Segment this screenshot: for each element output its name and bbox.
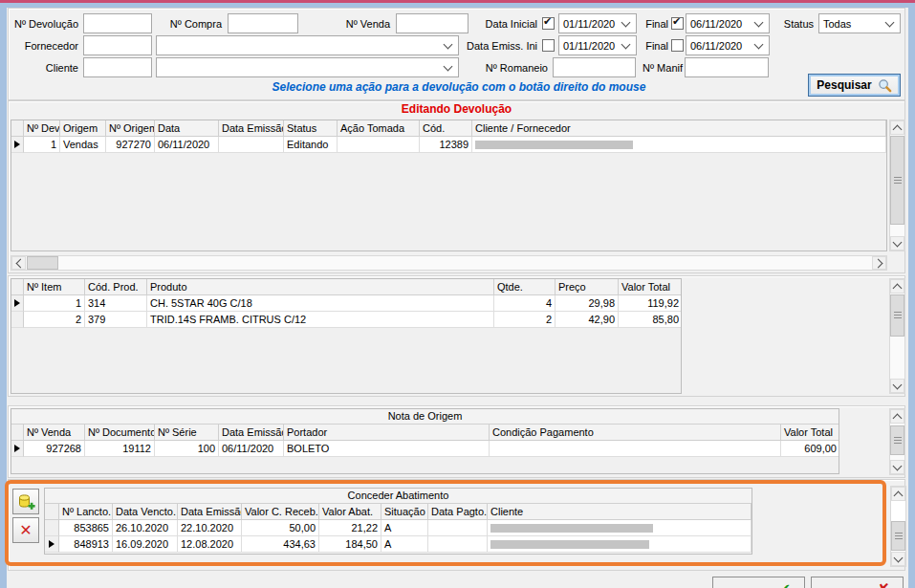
scroll-up-button[interactable]: [890, 279, 904, 294]
scrollbar-track[interactable]: [891, 501, 905, 552]
devolucao-label: Nº Devolução: [8, 17, 78, 31]
abatimento-grid-row[interactable]: 853865 26.10.2020 22.10.2020 50,00 21,22…: [45, 520, 752, 536]
column-header[interactable]: Data Vencto.: [113, 504, 178, 520]
scroll-down-button[interactable]: [890, 379, 904, 393]
row-selector-cell[interactable]: [45, 520, 59, 536]
column-header[interactable]: Status: [284, 120, 338, 137]
cell: 4: [494, 295, 556, 312]
column-header[interactable]: Data Emissão: [219, 425, 284, 441]
column-header[interactable]: Nº Venda: [24, 425, 85, 441]
row-selector-cell[interactable]: [11, 137, 24, 153]
scrollbar-thumb[interactable]: [891, 521, 905, 551]
cancel-button[interactable]: [811, 577, 904, 588]
data-emiss-select[interactable]: 01/11/2020: [558, 35, 637, 55]
cliente-select[interactable]: [156, 57, 459, 77]
instruction-text: Selecione uma ação para a devolução com …: [191, 80, 727, 94]
scrollbar-track[interactable]: [890, 135, 904, 236]
nota-grid-row[interactable]: 927268 19112 100 06/11/2020 BOLETO 609,0…: [11, 441, 839, 457]
column-header[interactable]: Origem: [60, 120, 106, 137]
chevron-down-icon: [754, 39, 764, 49]
data-emiss-checkbox[interactable]: [542, 39, 555, 52]
column-header[interactable]: Qtde.: [494, 279, 556, 295]
column-header[interactable]: Ação Tomada: [338, 120, 420, 137]
fornecedor-select[interactable]: [156, 35, 459, 55]
chevron-up-icon: [893, 124, 903, 134]
scrollbar-thumb[interactable]: [890, 294, 904, 337]
scroll-right-button[interactable]: [872, 256, 886, 270]
manif-input[interactable]: [685, 57, 769, 77]
column-header[interactable]: Data Pagto.: [428, 504, 488, 520]
column-header[interactable]: Cód. Prod.: [85, 279, 147, 295]
row-selector-cell[interactable]: [11, 441, 24, 457]
status-select[interactable]: Todas: [818, 13, 901, 33]
row-selector-cell[interactable]: [11, 295, 24, 312]
row-selector-header[interactable]: [45, 504, 59, 520]
scroll-up-button[interactable]: [890, 409, 904, 424]
redacted-text: [475, 141, 633, 149]
delete-abatimento-button[interactable]: [12, 517, 39, 543]
devolucao-input[interactable]: [83, 13, 152, 33]
items-grid-row[interactable]: 1 314 CH. 5STAR 40G C/18 4 29,98 119,92: [11, 295, 681, 312]
fornecedor-code-input[interactable]: [83, 35, 152, 55]
data-inicial-select[interactable]: 01/11/2020: [558, 13, 637, 33]
compra-input[interactable]: [228, 13, 298, 33]
cell: A: [381, 536, 428, 553]
row-selector-cell[interactable]: [11, 312, 24, 328]
column-header[interactable]: Data: [155, 120, 219, 137]
column-header[interactable]: Valor Total: [619, 279, 682, 295]
column-header[interactable]: Portador: [284, 425, 490, 441]
venda-input[interactable]: [396, 13, 468, 33]
row-selector-cell[interactable]: [45, 536, 59, 553]
romaneio-input[interactable]: [553, 57, 636, 77]
devolucao-grid-row[interactable]: 1 Vendas 927270 06/11/2020 Editando 1238…: [11, 137, 886, 153]
accept-button[interactable]: [712, 577, 805, 588]
column-header[interactable]: Nº Item: [24, 279, 85, 295]
row-selector-header[interactable]: [11, 120, 24, 137]
scroll-up-button[interactable]: [891, 487, 905, 501]
pesquisar-button[interactable]: Pesquisar: [808, 74, 901, 97]
final-checkbox[interactable]: [671, 17, 684, 30]
row-selector-header[interactable]: [11, 425, 24, 441]
scrollbar-thumb[interactable]: [890, 136, 904, 225]
scroll-up-button[interactable]: [890, 120, 904, 135]
scrollbar-track[interactable]: [890, 424, 904, 460]
scroll-down-button[interactable]: [890, 460, 904, 474]
scroll-down-button[interactable]: [891, 552, 905, 566]
scrollbar-track[interactable]: [26, 256, 872, 270]
column-header[interactable]: Cliente: [488, 504, 752, 520]
column-header[interactable]: Preço: [556, 279, 619, 295]
final-select[interactable]: 06/11/2020: [686, 13, 770, 33]
column-header[interactable]: Condição Pagamento: [490, 425, 781, 441]
column-header[interactable]: Nº Origem: [106, 120, 155, 137]
column-header[interactable]: Valor Abat.: [319, 504, 381, 520]
column-header[interactable]: Data Emissão: [178, 504, 242, 520]
items-grid-row[interactable]: 2 379 TRID.14S FRAMB. CITRUS C/12 2 42,9…: [11, 312, 681, 328]
column-header[interactable]: Nº Documento: [85, 425, 155, 441]
add-abatimento-button[interactable]: [12, 489, 39, 514]
scrollbar-thumb[interactable]: [27, 256, 58, 270]
scroll-down-button[interactable]: [890, 236, 904, 250]
chevron-down-icon: [444, 61, 453, 71]
column-header[interactable]: Nº Série: [155, 425, 219, 441]
column-header[interactable]: Cliente / Fornecedor: [472, 120, 886, 137]
column-header[interactable]: Valor C. Receb.: [242, 504, 319, 520]
column-header[interactable]: Data Emissão: [219, 120, 284, 137]
column-header[interactable]: Nº Lancto.: [59, 504, 113, 520]
column-header[interactable]: Situação: [381, 504, 428, 520]
column-header[interactable]: Cód.: [420, 120, 472, 137]
data-inicial-checkbox[interactable]: [542, 17, 555, 30]
emiss-final-select[interactable]: 06/11/2020: [686, 35, 770, 55]
scrollbar-track[interactable]: [890, 294, 904, 379]
column-header[interactable]: Valor Total: [781, 425, 839, 441]
column-header[interactable]: Produto: [147, 279, 494, 295]
scrollbar-thumb[interactable]: [890, 425, 904, 455]
nota-origem-grid: Nota de Origem Nº Venda Nº Documento Nº …: [11, 408, 839, 474]
cliente-code-input[interactable]: [83, 57, 152, 77]
column-header[interactable]: Nº Dev: [24, 120, 60, 137]
abatimento-grid-row[interactable]: 848913 16.09.2020 12.08.2020 434,63 184,…: [45, 536, 752, 553]
magnifier-icon: [878, 78, 892, 93]
current-row-arrow-icon: [14, 445, 20, 452]
row-selector-header[interactable]: [11, 279, 24, 295]
emiss-final-checkbox[interactable]: [671, 39, 684, 52]
scroll-left-button[interactable]: [11, 256, 26, 270]
